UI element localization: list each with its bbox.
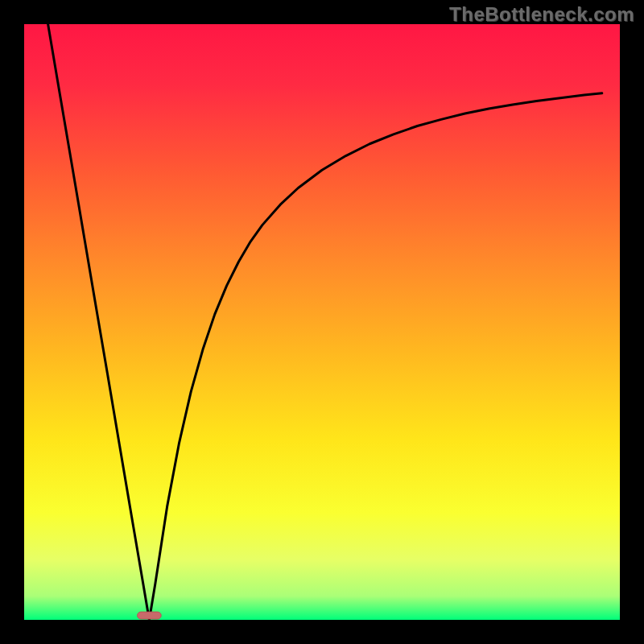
bottleneck-chart <box>0 0 644 644</box>
optimum-marker <box>138 612 162 619</box>
watermark-text: TheBottleneck.com <box>449 3 634 26</box>
plot-background <box>24 24 620 620</box>
chart-frame: TheBottleneck.com <box>0 0 644 644</box>
